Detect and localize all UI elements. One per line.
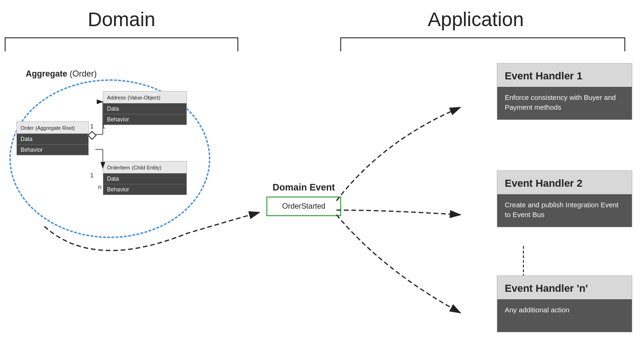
domain-title: Domain (0, 8, 243, 31)
handler1-title: Event Handler 1 (497, 63, 632, 87)
connector-label-n: n (98, 183, 101, 190)
domain-event-box: OrderStarted (266, 197, 341, 216)
order-behavior-row: Behavior (17, 144, 88, 155)
orderitem-data-row: Data (103, 173, 186, 184)
address-box: Address (Value-Object) Data Behavior (103, 91, 187, 125)
address-data-row: Data (103, 103, 186, 114)
application-section: Application Event Handler 1 Enforce cons… (326, 0, 644, 359)
connector-label-1a: 1 (90, 123, 93, 130)
order-box: Order (Aggregate Root) Data Behavior (16, 121, 89, 155)
handler2-title: Event Handler 2 (497, 171, 632, 194)
order-data-row: Data (17, 134, 88, 144)
event-handler-2-box: Event Handler 2 Create and publish Integ… (497, 170, 632, 227)
aggregate-label: Aggregate (Order) (26, 69, 97, 79)
domain-event-area: Domain Event OrderStarted (257, 182, 351, 216)
orderitem-box-title: OrderItem (Child Entity) (103, 162, 186, 173)
address-box-title: Address (Value-Object) (103, 92, 186, 103)
order-box-title: Order (Aggregate Root) (17, 122, 88, 134)
event-handler-1-box: Event Handler 1 Enforce consistency with… (497, 63, 632, 120)
domain-section: Domain Aggregate (Order) Order (Aggregat… (0, 0, 290, 359)
event-handler-n-box: Event Handler 'n' Any additional action (497, 275, 632, 332)
handler2-description: Create and publish Integration Event to … (497, 194, 632, 227)
connector-label-1b: 1 (102, 123, 105, 130)
handler1-description: Enforce consistency with Buyer and Payme… (497, 87, 632, 120)
domain-bracket (5, 37, 238, 51)
address-behavior-row: Behavior (103, 114, 186, 125)
application-bracket (340, 37, 625, 51)
application-title: Application (326, 8, 625, 31)
handlern-description: Any additional action (497, 299, 632, 332)
domain-event-label: Domain Event (257, 182, 351, 193)
orderitem-behavior-row: Behavior (103, 184, 186, 195)
orderitem-box: OrderItem (Child Entity) Data Behavior (103, 161, 187, 195)
handlern-title: Event Handler 'n' (497, 276, 632, 299)
connector-label-1c: 1 (90, 172, 93, 179)
